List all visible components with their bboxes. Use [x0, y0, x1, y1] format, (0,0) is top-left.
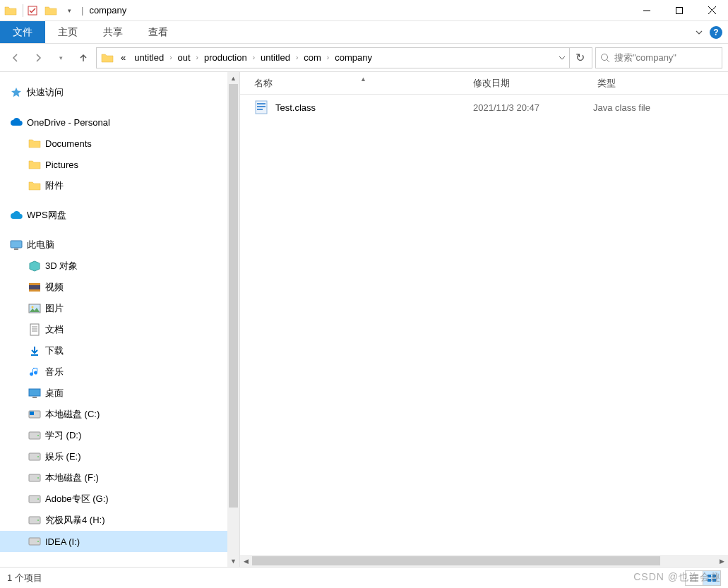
tab-file[interactable]: 文件	[0, 21, 45, 43]
column-name[interactable]: 名称▲	[240, 77, 473, 90]
star-icon	[10, 86, 23, 99]
breadcrumb-item[interactable]: untitled	[256, 48, 294, 68]
scroll-down-icon[interactable]: ▼	[227, 555, 239, 567]
music-icon	[28, 366, 41, 378]
ribbon-expand-button[interactable]	[691, 25, 707, 40]
sidebar-item[interactable]: 娱乐 (E:)	[0, 446, 227, 467]
sidebar-item[interactable]: 桌面	[0, 383, 227, 404]
scroll-right-icon[interactable]: ▶	[716, 558, 728, 565]
sidebar-quick-access[interactable]: 快速访问	[0, 82, 227, 103]
breadcrumb-item[interactable]: production	[200, 48, 251, 68]
sidebar-label: 快速访问	[27, 86, 64, 99]
file-list[interactable]: Test.class 2021/11/3 20:47 Java class fi…	[240, 95, 728, 555]
breadcrumb-item[interactable]: com	[299, 48, 326, 68]
drive-icon	[28, 450, 41, 463]
dl-icon	[28, 344, 41, 357]
sidebar-item[interactable]: Adobe专区 (G:)	[0, 488, 227, 510]
folder-icon	[28, 179, 41, 192]
tab-share[interactable]: 共享	[90, 21, 136, 43]
horizontal-scrollbar[interactable]: ◀ ▶	[240, 555, 728, 567]
close-button[interactable]	[696, 0, 728, 21]
svg-rect-10	[29, 283, 40, 285]
sidebar-scrollbar[interactable]: ▲ ▼	[227, 72, 239, 567]
sidebar-item[interactable]: Pictures	[0, 154, 227, 175]
refresh-button[interactable]: ↻	[569, 48, 590, 68]
column-date[interactable]: 修改日期	[473, 77, 593, 90]
scroll-thumb[interactable]	[252, 556, 660, 565]
sidebar-wps[interactable]: WPS网盘	[0, 205, 227, 226]
search-icon	[600, 53, 610, 63]
scroll-left-icon[interactable]: ◀	[240, 558, 252, 565]
chevron-right-icon: ›	[251, 54, 256, 61]
folder-icon	[28, 158, 41, 171]
sidebar-onedrive[interactable]: OneDrive - Personal	[0, 112, 227, 133]
view-icons-button[interactable]	[703, 570, 721, 586]
sidebar-label: WPS网盘	[27, 209, 66, 222]
recent-dropdown[interactable]: ▾	[51, 48, 71, 68]
column-type[interactable]: 类型	[593, 77, 728, 90]
sidebar-this-pc[interactable]: 此电脑	[0, 234, 227, 256]
status-bar: 1 个项目	[0, 567, 728, 588]
title-bar: ▾ | company	[0, 0, 728, 21]
sidebar-label: 音乐	[45, 366, 64, 378]
svg-rect-44	[708, 579, 711, 582]
svg-rect-36	[257, 103, 265, 104]
qat-properties[interactable]	[25, 3, 40, 18]
svg-rect-11	[29, 289, 40, 292]
sidebar-item[interactable]: 本地磁盘 (F:)	[0, 467, 227, 488]
scroll-thumb[interactable]	[229, 84, 238, 508]
cloud-icon	[10, 116, 23, 128]
status-count: 1 个项目	[7, 572, 42, 584]
sidebar-label: 学习 (D:)	[45, 429, 81, 442]
breadcrumb-item[interactable]: company	[330, 48, 376, 68]
sidebar-item[interactable]: Documents	[0, 133, 227, 154]
svg-point-26	[37, 456, 39, 457]
back-button[interactable]	[6, 48, 25, 68]
qat-dropdown[interactable]: ▾	[61, 3, 77, 18]
view-details-button[interactable]	[685, 570, 703, 586]
sidebar-item[interactable]: IDEA (I:)	[0, 531, 227, 552]
sidebar-label: 3D 对象	[45, 260, 78, 272]
drive-icon	[28, 493, 41, 505]
search-input[interactable]: 搜索"company"	[595, 47, 722, 68]
sidebar-item[interactable]: 音乐	[0, 361, 227, 383]
tab-view[interactable]: 查看	[136, 21, 181, 43]
drive-icon	[28, 514, 41, 527]
sidebar-item[interactable]: 究极风暴4 (H:)	[0, 510, 227, 531]
sidebar-item[interactable]: 下载	[0, 340, 227, 361]
search-placeholder: 搜索"company"	[614, 52, 676, 64]
drive-icon	[28, 429, 41, 442]
svg-rect-43	[712, 575, 716, 577]
address-bar[interactable]: « untitled› out› production› untitled› c…	[96, 47, 592, 68]
maximize-button[interactable]	[663, 0, 696, 21]
sidebar-item[interactable]: 图片	[0, 298, 227, 319]
scroll-up-icon[interactable]: ▲	[227, 72, 239, 84]
minimize-button[interactable]	[631, 0, 663, 21]
breadcrumb-item[interactable]: untitled	[130, 48, 168, 68]
sidebar-item[interactable]: 文档	[0, 319, 227, 340]
file-name: Test.class	[275, 102, 473, 113]
folder-icon	[44, 4, 57, 17]
sidebar-item[interactable]: 3D 对象	[0, 256, 227, 277]
up-button[interactable]	[73, 48, 93, 68]
svg-rect-45	[712, 579, 716, 582]
help-icon[interactable]: ?	[710, 26, 722, 39]
address-dropdown[interactable]	[554, 48, 569, 68]
sidebar-item[interactable]: 附件	[0, 175, 227, 196]
breadcrumb-item[interactable]: out	[174, 48, 195, 68]
svg-point-28	[37, 477, 39, 479]
svg-rect-7	[11, 241, 22, 248]
separator: |	[81, 5, 83, 16]
sidebar-label: 此电脑	[27, 239, 54, 251]
sidebar-item[interactable]: 视频	[0, 277, 227, 298]
forward-button[interactable]	[28, 48, 48, 68]
sidebar-label: 下载	[45, 344, 64, 357]
sidebar-item[interactable]: 本地磁盘 (C:)	[0, 404, 227, 425]
folder-icon	[101, 52, 114, 64]
sidebar-item[interactable]: 学习 (D:)	[0, 425, 227, 446]
chevron-right-icon: ›	[326, 54, 330, 61]
breadcrumb-prefix[interactable]: «	[117, 48, 130, 68]
tab-home[interactable]: 主页	[45, 21, 90, 43]
file-row[interactable]: Test.class 2021/11/3 20:47 Java class fi…	[240, 95, 728, 120]
svg-line-6	[607, 59, 610, 62]
